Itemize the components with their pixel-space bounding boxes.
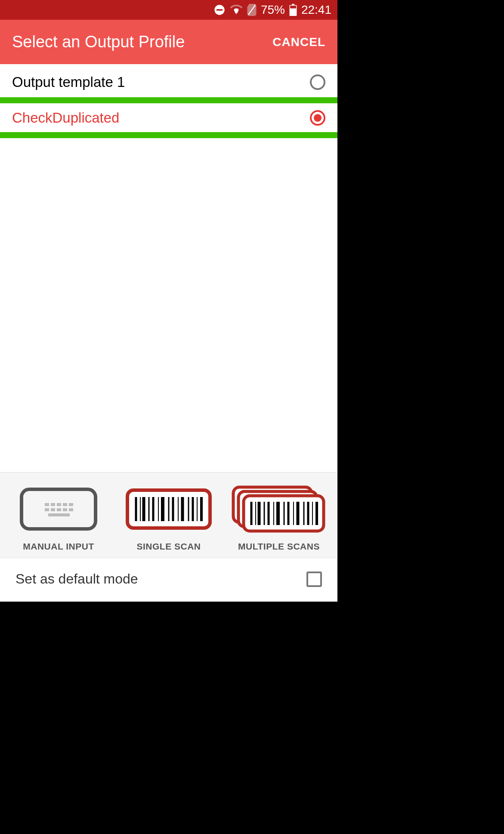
svg-rect-3 (292, 4, 294, 5)
profile-item-label: Output template 1 (12, 74, 125, 90)
svg-rect-13 (51, 508, 55, 511)
page-title: Select an Output Profile (12, 33, 185, 51)
mode-label: MANUAL INPUT (23, 541, 94, 552)
mode-single-scan[interactable]: SINGLE SCAN (116, 485, 222, 552)
barcode-multiple-icon (226, 485, 332, 533)
mode-label: SINGLE SCAN (136, 541, 201, 552)
radio-unselected-icon (310, 74, 325, 90)
no-sim-icon (247, 4, 257, 16)
mode-multiple-scans[interactable]: MULTIPLE SCANS (226, 485, 332, 552)
svg-rect-7 (45, 503, 49, 506)
default-mode-row[interactable]: Set as default mode (0, 558, 337, 602)
keyboard-icon (6, 485, 111, 533)
wifi-icon (230, 5, 243, 15)
battery-icon (289, 4, 297, 16)
do-not-disturb-icon (213, 4, 226, 16)
profile-list: Output template 1 CheckDuplicated (0, 64, 337, 472)
battery-percent-label: 75% (261, 3, 285, 17)
status-bar: 75% 22:41 (0, 0, 337, 20)
profile-item-output-template-1[interactable]: Output template 1 (0, 64, 337, 100)
cancel-button[interactable]: CANCEL (272, 35, 325, 49)
svg-rect-17 (48, 513, 70, 516)
modes-row: MANUAL INPUT (0, 473, 337, 558)
svg-rect-15 (63, 508, 67, 511)
svg-rect-12 (45, 508, 49, 511)
modes-section: MANUAL INPUT (0, 472, 337, 602)
barcode-single-icon (116, 485, 222, 533)
mode-label: MULTIPLE SCANS (238, 541, 320, 552)
default-mode-checkbox[interactable] (306, 571, 322, 587)
svg-rect-8 (51, 503, 55, 506)
svg-rect-9 (57, 503, 61, 506)
mode-manual-input[interactable]: MANUAL INPUT (6, 485, 111, 552)
app-bar: Select an Output Profile CANCEL (0, 20, 337, 64)
profile-item-check-duplicated[interactable]: CheckDuplicated (0, 100, 337, 136)
svg-rect-16 (69, 508, 73, 511)
svg-rect-5 (290, 6, 296, 8)
svg-rect-1 (216, 9, 223, 11)
svg-rect-14 (57, 508, 61, 511)
device-frame: 75% 22:41 Select an Output Profile CANCE… (0, 0, 337, 602)
clock-label: 22:41 (301, 3, 331, 17)
profile-item-label: CheckDuplicated (12, 110, 119, 126)
radio-selected-icon (310, 110, 325, 126)
default-mode-label: Set as default mode (15, 571, 138, 587)
svg-rect-10 (63, 503, 67, 506)
svg-rect-11 (69, 503, 73, 506)
